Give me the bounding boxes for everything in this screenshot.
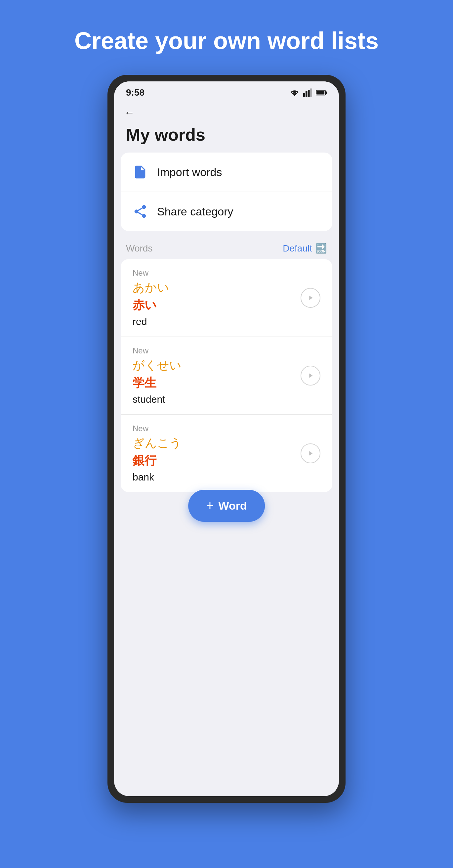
status-time: 9:58	[126, 87, 144, 98]
sort-icon: 🔜	[316, 243, 327, 254]
table-row[interactable]: New ぎんこう 銀行 bank	[121, 415, 332, 492]
section-header: Words Default 🔜	[114, 236, 339, 259]
word-translation-2: student	[133, 394, 294, 405]
word-reading-3: ぎんこう	[133, 435, 294, 452]
fab-label: Word	[219, 499, 247, 512]
page-title: My words	[126, 125, 327, 145]
phone-mockup: 9:58	[107, 75, 346, 803]
word-status-1: New	[133, 268, 294, 278]
svg-rect-3	[310, 89, 312, 97]
fab-container: + Word	[114, 492, 339, 532]
play-icon-1	[307, 294, 314, 302]
word-content-2: New がくせい 学生 student	[133, 346, 294, 405]
import-words-icon	[133, 164, 148, 180]
svg-rect-5	[326, 92, 327, 94]
bottom-padding	[114, 532, 339, 545]
table-row[interactable]: New あかい 赤い red	[121, 259, 332, 337]
words-card: New あかい 赤い red New がくせい 学生 student	[121, 259, 332, 492]
svg-rect-1	[305, 91, 308, 97]
import-words-item[interactable]: Import words	[121, 153, 332, 192]
word-status-3: New	[133, 424, 294, 433]
page-title-area: My words	[114, 121, 339, 153]
word-kanji-3: 銀行	[133, 453, 294, 469]
sort-control[interactable]: Default 🔜	[283, 243, 327, 254]
table-row[interactable]: New がくせい 学生 student	[121, 337, 332, 415]
wifi-icon	[289, 88, 300, 97]
play-button-1[interactable]	[300, 288, 320, 308]
phone-screen: 9:58	[114, 82, 339, 796]
word-translation-1: red	[133, 316, 294, 327]
word-kanji-2: 学生	[133, 375, 294, 391]
sort-label: Default	[283, 243, 312, 254]
play-icon-3	[307, 450, 314, 457]
word-reading-1: あかい	[133, 280, 294, 296]
word-status-2: New	[133, 346, 294, 355]
status-bar: 9:58	[114, 82, 339, 101]
share-category-icon	[133, 204, 148, 219]
play-icon-2	[307, 372, 314, 379]
word-content-1: New あかい 赤い red	[133, 268, 294, 327]
svg-rect-2	[308, 90, 310, 97]
action-card: Import words Share category	[121, 153, 332, 231]
word-translation-3: bank	[133, 471, 294, 483]
play-button-3[interactable]	[300, 443, 320, 463]
play-button-2[interactable]	[300, 366, 320, 385]
status-icons	[289, 88, 327, 97]
svg-rect-0	[303, 93, 305, 97]
word-content-3: New ぎんこう 銀行 bank	[133, 424, 294, 483]
battery-icon	[316, 89, 327, 96]
word-kanji-1: 赤い	[133, 297, 294, 313]
add-word-button[interactable]: + Word	[188, 490, 265, 522]
import-words-label: Import words	[157, 166, 222, 179]
svg-rect-6	[317, 91, 324, 95]
share-category-item[interactable]: Share category	[121, 192, 332, 231]
signal-icon	[303, 88, 313, 97]
section-label: Words	[126, 243, 153, 254]
back-area[interactable]: ←	[114, 101, 339, 121]
share-category-label: Share category	[157, 205, 233, 218]
back-button[interactable]: ←	[124, 106, 135, 119]
word-reading-2: がくせい	[133, 358, 294, 374]
fab-plus-icon: +	[206, 498, 214, 513]
hero-title: Create your own word lists	[74, 27, 379, 55]
